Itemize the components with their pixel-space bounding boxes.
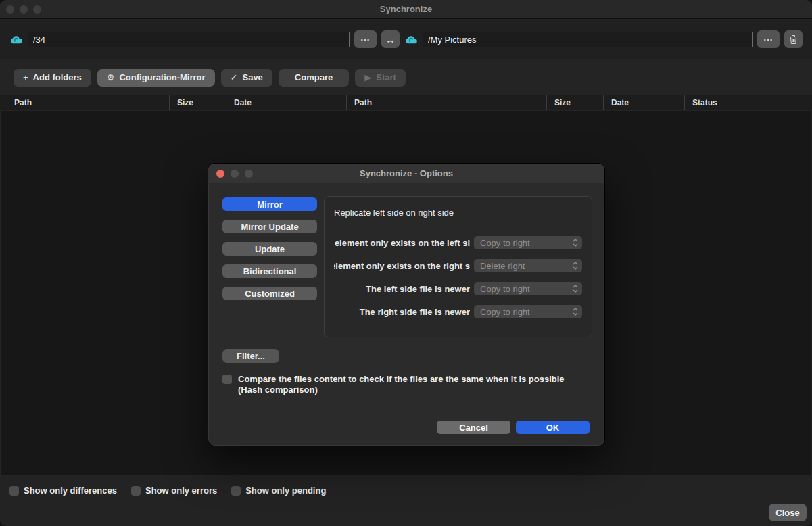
trash-icon: [789, 34, 798, 45]
sync-mode-list: Mirror Mirror Update Update Bidirectiona…: [222, 197, 317, 300]
filter-button[interactable]: Filter...: [222, 349, 279, 363]
cloud-icon: [9, 34, 23, 45]
cancel-button[interactable]: Cancel: [437, 421, 510, 434]
dialog-buttons: Cancel OK: [437, 421, 590, 434]
rule-exists-right-select[interactable]: Delete right: [474, 259, 582, 272]
chevron-up-down-icon: [572, 261, 579, 270]
rule-exists-right: The element only exists on the right s D…: [334, 259, 582, 272]
rule-left-newer-value: Copy to right: [480, 284, 572, 294]
save-label: Save: [242, 72, 262, 82]
rule-list: The element only exists on the left si C…: [334, 236, 582, 318]
dialog-title: Synchronize - Options: [208, 168, 604, 178]
chevron-up-down-icon: [572, 307, 579, 316]
mode-bidirectional-button[interactable]: Bidirectional: [222, 264, 317, 278]
save-button[interactable]: ✓ Save: [221, 69, 272, 87]
right-path-input[interactable]: [423, 32, 753, 47]
mode-customized-button[interactable]: Customized: [222, 287, 317, 300]
rule-right-newer-value: Copy to right: [480, 307, 572, 317]
rule-left-newer-label: The left side file is newer: [334, 284, 470, 294]
show-only-differences-label: Show only differences: [24, 485, 117, 496]
browse-left-button[interactable]: ...: [354, 30, 377, 48]
check-icon: ✓: [231, 72, 238, 82]
delete-pair-button[interactable]: [784, 30, 803, 48]
show-only-errors-label: Show only errors: [145, 485, 217, 496]
swap-arrows-icon: ↔: [385, 34, 396, 45]
hash-comparison-label: Compare the files content to check if th…: [238, 374, 591, 396]
play-icon: ▶: [364, 72, 371, 82]
show-only-differences-checkbox[interactable]: [9, 486, 19, 496]
rule-exists-left: The element only exists on the left si C…: [334, 236, 582, 249]
compare-button[interactable]: Compare: [279, 69, 349, 87]
rule-right-newer: The right side file is newer Copy to rig…: [334, 305, 582, 318]
start-button[interactable]: ▶ Start: [355, 69, 406, 87]
start-label: Start: [376, 72, 396, 82]
file-table-header: Path Size Date Path Size Date Status: [0, 95, 812, 110]
rule-exists-left-label: The element only exists on the left si: [334, 238, 470, 248]
window-titlebar: Synchronize: [0, 0, 812, 19]
show-only-differences-option[interactable]: Show only differences: [9, 485, 117, 496]
add-folders-label: Add folders: [33, 72, 82, 82]
column-header-path-right[interactable]: Path: [346, 95, 546, 110]
mode-mirror-update-button[interactable]: Mirror Update: [222, 220, 317, 233]
mode-mirror-button[interactable]: Mirror: [222, 197, 317, 211]
ok-button[interactable]: OK: [516, 421, 590, 434]
swap-sides-button[interactable]: ↔: [381, 30, 400, 48]
rule-left-newer-select[interactable]: Copy to right: [474, 282, 582, 295]
browse-right-button[interactable]: ...: [757, 30, 780, 48]
show-only-pending-checkbox[interactable]: [231, 486, 241, 496]
show-only-errors-checkbox[interactable]: [131, 486, 141, 496]
options-dialog: Synchronize - Options Mirror Mirror Upda…: [208, 163, 605, 446]
column-header-date-right[interactable]: Date: [603, 95, 684, 110]
chevron-up-down-icon: [572, 238, 579, 247]
column-header-date-left[interactable]: Date: [226, 95, 306, 110]
rule-exists-left-value: Copy to right: [480, 238, 572, 248]
add-folders-button[interactable]: + Add folders: [14, 69, 91, 87]
configuration-label: Configuration-Mirror: [119, 72, 205, 82]
show-only-pending-label: Show only pending: [245, 485, 326, 496]
rule-exists-left-select[interactable]: Copy to right: [474, 236, 582, 249]
rule-right-newer-select[interactable]: Copy to right: [474, 305, 582, 318]
mode-description: Replicate left side on right side: [334, 208, 582, 218]
mode-update-button[interactable]: Update: [222, 242, 317, 256]
rule-exists-right-label: The element only exists on the right s: [334, 261, 470, 271]
synchronize-window: Synchronize ... ↔ ... + Add folders: [0, 0, 812, 526]
hash-comparison-checkbox[interactable]: [222, 375, 232, 384]
mode-settings-panel: Replicate left side on right side The el…: [324, 196, 592, 337]
rule-left-newer: The left side file is newer Copy to righ…: [334, 282, 582, 295]
dialog-titlebar: Synchronize - Options: [208, 164, 604, 183]
column-header-status[interactable]: Status: [684, 95, 812, 110]
compare-label: Compare: [295, 72, 333, 82]
show-only-pending-option[interactable]: Show only pending: [231, 485, 326, 496]
show-only-errors-option[interactable]: Show only errors: [131, 485, 217, 496]
filter-checkboxes: Show only differences Show only errors S…: [9, 485, 326, 496]
column-header-size-right[interactable]: Size: [546, 95, 603, 110]
chevron-up-down-icon: [572, 284, 579, 293]
action-toolbar: + Add folders ⚙ Configuration-Mirror ✓ S…: [0, 60, 812, 95]
cloud-icon: [404, 34, 418, 45]
gear-icon: ⚙: [107, 72, 115, 82]
path-toolbar: ... ↔ ...: [0, 20, 812, 59]
configuration-button[interactable]: ⚙ Configuration-Mirror: [97, 69, 215, 87]
left-path-input[interactable]: [28, 32, 350, 47]
close-button[interactable]: Close: [769, 504, 807, 521]
column-header-path-left[interactable]: Path: [0, 95, 169, 110]
column-header-spacer: [306, 95, 346, 110]
rule-exists-right-value: Delete right: [480, 261, 572, 271]
bottom-bar: Show only differences Show only errors S…: [0, 476, 812, 526]
column-header-size-left[interactable]: Size: [169, 95, 226, 110]
hash-comparison-option[interactable]: Compare the files content to check if th…: [222, 374, 591, 396]
rule-right-newer-label: The right side file is newer: [334, 307, 470, 317]
window-title: Synchronize: [0, 4, 812, 14]
plus-icon: +: [23, 72, 28, 82]
